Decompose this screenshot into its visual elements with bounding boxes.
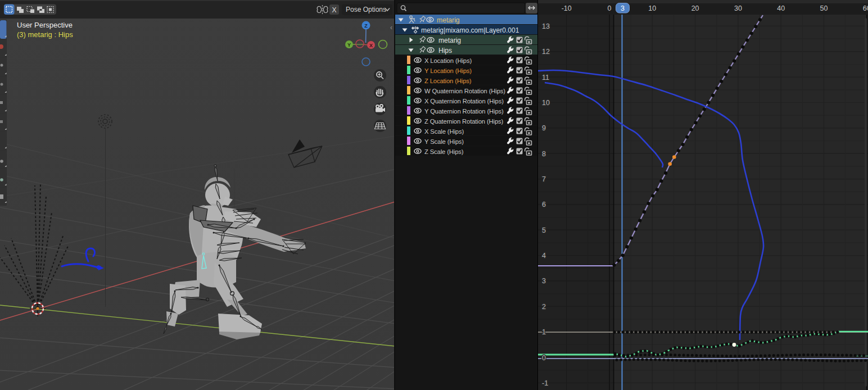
svg-text:30: 30 — [734, 4, 742, 12]
svg-text:0: 0 — [542, 354, 546, 362]
svg-text:Z Quaternion Rotation (Hips): Z Quaternion Rotation (Hips) — [424, 118, 504, 125]
svg-text:W Quaternion Rotation (Hips): W Quaternion Rotation (Hips) — [424, 88, 505, 94]
svg-text:User Perspective: User Perspective — [17, 21, 73, 29]
svg-text:7: 7 — [542, 175, 546, 183]
svg-text:Hips: Hips — [438, 47, 452, 55]
svg-text:Y: Y — [347, 42, 351, 48]
svg-text:Z Scale (Hips): Z Scale (Hips) — [424, 148, 464, 155]
svg-text:13: 13 — [542, 22, 550, 30]
svg-text:Z: Z — [364, 23, 368, 29]
svg-text:Y Scale (Hips): Y Scale (Hips) — [424, 138, 464, 145]
svg-text:3: 3 — [621, 4, 625, 12]
svg-text:2: 2 — [542, 303, 546, 311]
svg-text:metarig|mixamo.com|Layer0.001: metarig|mixamo.com|Layer0.001 — [421, 26, 519, 34]
svg-text:(3) metarig : Hips: (3) metarig : Hips — [17, 30, 73, 39]
svg-text:8: 8 — [542, 150, 546, 158]
svg-text:‹: ‹ — [390, 24, 392, 31]
svg-text:Z Location (Hips): Z Location (Hips) — [424, 78, 472, 84]
svg-text:X Quaternion Rotation (Hips): X Quaternion Rotation (Hips) — [424, 98, 504, 105]
svg-text:5: 5 — [542, 226, 546, 234]
svg-text:X: X — [369, 43, 373, 48]
svg-text:6: 6 — [542, 201, 546, 208]
svg-text:10: 10 — [542, 99, 550, 107]
svg-text:40: 40 — [777, 4, 785, 12]
svg-text:60: 60 — [863, 4, 868, 12]
svg-text:10: 10 — [648, 4, 656, 12]
svg-text:-10: -10 — [562, 4, 572, 12]
svg-text:12: 12 — [542, 48, 550, 56]
svg-text:X Location (Hips): X Location (Hips) — [424, 57, 472, 64]
svg-text:-1: -1 — [542, 379, 548, 387]
svg-text:X Scale (Hips): X Scale (Hips) — [424, 128, 464, 135]
svg-text:1: 1 — [542, 328, 546, 336]
svg-text:9: 9 — [542, 124, 546, 132]
svg-text:20: 20 — [691, 4, 699, 12]
svg-text:Pose Options: Pose Options — [346, 6, 386, 13]
svg-text:X: X — [332, 6, 336, 14]
svg-text:Y Location (Hips): Y Location (Hips) — [424, 67, 472, 74]
svg-text:metarig: metarig — [438, 37, 461, 44]
svg-text:metarig: metarig — [437, 16, 460, 24]
svg-text:4: 4 — [542, 252, 546, 260]
svg-text:Y Quaternion Rotation (Hips): Y Quaternion Rotation (Hips) — [424, 108, 504, 115]
svg-text:50: 50 — [820, 4, 828, 12]
svg-text:0: 0 — [608, 4, 612, 12]
svg-text:11: 11 — [542, 74, 549, 81]
svg-text:3: 3 — [542, 277, 546, 285]
